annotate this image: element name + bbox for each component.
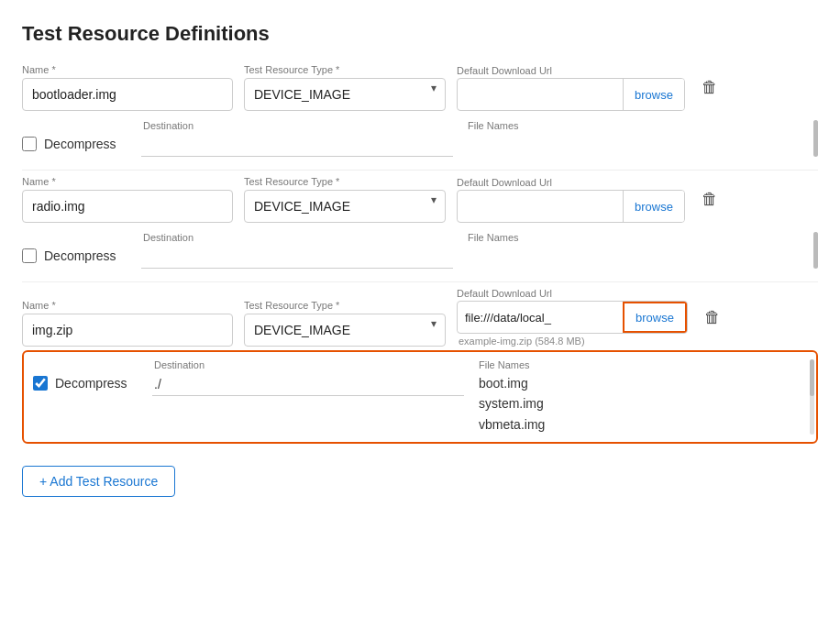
resource-row-1: Name * Test Resource Type * DEVICE_IMAGE… xyxy=(22,64,818,111)
destination-label: Destination xyxy=(154,359,464,370)
decompress-checkbox[interactable] xyxy=(22,248,37,263)
decompress-check-wrap: Decompress xyxy=(33,359,152,391)
download-input[interactable] xyxy=(458,304,623,331)
type-field-group: Test Resource Type * DEVICE_IMAGEPACKAGE… xyxy=(244,64,446,111)
name-field-group: Name * xyxy=(22,300,233,347)
scrollbar[interactable] xyxy=(813,232,818,246)
resource-row-2: Name * Test Resource Type * DEVICE_IMAGE… xyxy=(22,176,818,223)
decompress-checkbox[interactable] xyxy=(33,376,48,391)
delete-resource-button[interactable]: 🗑 xyxy=(696,74,724,101)
destination-label: Destination xyxy=(143,232,453,243)
type-label: Test Resource Type * xyxy=(244,300,446,311)
browse-button[interactable]: browse xyxy=(623,79,684,110)
download-label: Default Download Url xyxy=(457,288,688,299)
resources-container: Name * Test Resource Type * DEVICE_IMAGE… xyxy=(22,64,818,444)
decompress-row-3: Decompress Destination File Names boot.i… xyxy=(22,350,818,444)
download-field-group: Default Download Url browse xyxy=(457,65,685,111)
download-label: Default Download Url xyxy=(457,65,685,76)
scrollbar-thumb xyxy=(813,232,818,269)
scrollbar-thumb xyxy=(810,359,814,396)
type-field-group: Test Resource Type * DEVICE_IMAGEPACKAGE… xyxy=(244,176,446,223)
download-input-wrap: browse xyxy=(457,301,688,334)
file-names-list: boot.imgsystem.imgvbmeta.img xyxy=(479,373,807,435)
file-names-wrap: File Names xyxy=(468,120,811,134)
download-input[interactable] xyxy=(458,82,623,108)
destination-input[interactable] xyxy=(141,246,453,269)
scrollbar[interactable] xyxy=(813,120,818,134)
download-label: Default Download Url xyxy=(457,177,685,188)
file-names-label: File Names xyxy=(468,120,811,131)
type-label: Test Resource Type * xyxy=(244,176,446,187)
decompress-checkbox[interactable] xyxy=(22,137,37,151)
download-field-group: Default Download Url browse example-img.… xyxy=(457,288,688,347)
delete-resource-button[interactable]: 🗑 xyxy=(696,186,724,213)
page-title: Test Resource Definitions xyxy=(22,22,818,46)
type-select[interactable]: DEVICE_IMAGEPACKAGETOOL xyxy=(244,314,446,347)
download-input[interactable] xyxy=(458,193,623,220)
scrollbar[interactable] xyxy=(810,359,814,435)
decompress-destination: Destination xyxy=(152,359,464,396)
decompress-label: Decompress xyxy=(55,376,127,391)
decompress-label: Decompress xyxy=(44,248,116,263)
file-name-item: boot.img xyxy=(479,373,807,393)
type-field-group: Test Resource Type * DEVICE_IMAGEPACKAGE… xyxy=(244,300,446,347)
resource-block-1: Name * Test Resource Type * DEVICE_IMAGE… xyxy=(22,64,818,162)
scrollbar-thumb xyxy=(813,120,818,157)
type-select[interactable]: DEVICE_IMAGEPACKAGETOOL xyxy=(244,190,446,223)
browse-button[interactable]: browse xyxy=(623,302,687,333)
delete-resource-button[interactable]: 🗑 xyxy=(699,304,726,331)
destination-input[interactable] xyxy=(152,373,464,396)
destination-label: Destination xyxy=(143,120,453,131)
resource-block-3: Name * Test Resource Type * DEVICE_IMAGE… xyxy=(22,288,818,444)
type-select[interactable]: DEVICE_IMAGEPACKAGETOOL xyxy=(244,78,446,111)
type-label: Test Resource Type * xyxy=(244,64,446,75)
name-field-group: Name * xyxy=(22,64,233,111)
decompress-check-wrap: Decompress xyxy=(22,120,141,151)
file-name-item: vbmeta.img xyxy=(479,414,807,435)
download-input-wrap: browse xyxy=(457,78,685,111)
download-hint: example-img.zip (584.8 MB) xyxy=(457,336,688,347)
name-label: Name * xyxy=(22,300,233,311)
name-input[interactable] xyxy=(22,314,233,347)
file-names-wrap: File Names boot.imgsystem.imgvbmeta.img xyxy=(479,359,807,435)
name-label: Name * xyxy=(22,64,233,75)
destination-input[interactable] xyxy=(141,134,453,157)
resource-row-3: Name * Test Resource Type * DEVICE_IMAGE… xyxy=(22,288,818,347)
decompress-row-1: Decompress Destination File Names xyxy=(22,115,818,162)
name-field-group: Name * xyxy=(22,176,233,223)
decompress-check-wrap: Decompress xyxy=(22,232,141,263)
divider xyxy=(22,281,818,282)
add-test-resource-button[interactable]: + Add Test Resource xyxy=(22,466,175,497)
file-names-wrap: File Names xyxy=(468,232,811,246)
file-name-item: system.img xyxy=(479,393,807,413)
file-names-label: File Names xyxy=(468,232,811,243)
decompress-destination: Destination xyxy=(141,120,453,157)
decompress-row-2: Decompress Destination File Names xyxy=(22,226,818,274)
name-input[interactable] xyxy=(22,78,233,111)
file-names-label: File Names xyxy=(479,359,807,370)
decompress-label: Decompress xyxy=(44,137,116,151)
divider xyxy=(22,170,818,171)
download-input-wrap: browse xyxy=(457,190,685,223)
name-input[interactable] xyxy=(22,190,233,223)
decompress-destination: Destination xyxy=(141,232,453,269)
name-label: Name * xyxy=(22,176,233,187)
resource-block-2: Name * Test Resource Type * DEVICE_IMAGE… xyxy=(22,176,818,274)
browse-button[interactable]: browse xyxy=(623,191,684,222)
download-field-group: Default Download Url browse xyxy=(457,177,685,223)
